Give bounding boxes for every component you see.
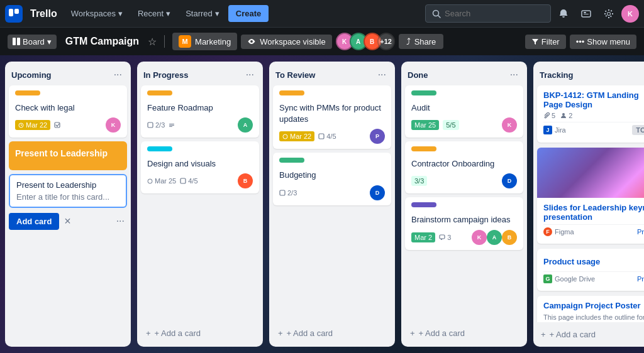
list-menu-to-review[interactable]: ··· — [375, 68, 389, 82]
card-avatar: D — [370, 185, 385, 200]
svg-rect-17 — [169, 125, 174, 126]
workspace-button[interactable]: M Marketing — [172, 33, 237, 50]
card-label — [147, 90, 172, 95]
add-card-confirm-button[interactable]: Add card — [9, 213, 59, 230]
filter-icon — [531, 38, 539, 45]
card-brainstorm[interactable]: Brainstorm campaign ideas Mar 2 3 K A B — [405, 197, 523, 249]
avatar: B — [502, 230, 517, 245]
svg-rect-20 — [180, 178, 186, 183]
recent-menu[interactable]: Recent ▾ — [131, 5, 177, 22]
card-title: Brainstorm campaign ideas — [411, 214, 517, 225]
card-link[interactable]: Product usage — [543, 257, 643, 266]
tracking-card-campaign-poster[interactable]: Campaign Project Poster This page includ… — [537, 296, 644, 322]
search-bar[interactable] — [425, 4, 551, 23]
list-menu-in-progress[interactable]: ··· — [243, 68, 257, 82]
list-menu-upcoming[interactable]: ··· — [111, 68, 125, 82]
list-header-done: Done ··· — [401, 62, 527, 85]
tracking-card-product-usage[interactable]: Product usage K G Google Drive Preview — [537, 249, 644, 291]
card-budgeting[interactable]: Budgeting 2/3 D — [273, 153, 391, 205]
add-card-to-review[interactable]: + + Add a card — [273, 325, 391, 342]
card-top: BKP-1412: GTM Landing Page Design 5 2 — [543, 90, 644, 119]
svg-rect-16 — [169, 124, 174, 124]
new-card-placeholder: Enter a title for this card... — [16, 192, 119, 202]
list-header-in-progress: In Progress ··· — [137, 62, 263, 85]
tracking-card-bkp[interactable]: BKP-1412: GTM Landing Page Design 5 2 — [537, 85, 644, 143]
list-footer-to-review: + + Add a card — [269, 322, 395, 347]
card-checklist — [54, 122, 60, 128]
card-checklist-done: 3/3 — [411, 176, 427, 186]
checklist-icon — [318, 133, 325, 139]
card-checklist: 4/5 — [318, 133, 336, 140]
tracking-card-body: BKP-1412: GTM Landing Page Design 5 2 — [537, 85, 644, 143]
list-body-in-progress: Feature Roadmap 2/3 A Design and visuals — [137, 85, 263, 322]
card-sync-pmm[interactable]: Sync with PMMs for product updates Mar 2… — [273, 85, 391, 149]
board-members: K A B +12 — [340, 33, 395, 50]
card-present-leadership[interactable]: Present to Leadership — [9, 141, 127, 170]
new-card-title[interactable]: Present to Leadership — [16, 180, 119, 190]
tracking-card-body: Campaign Project Poster This page includ… — [537, 296, 644, 322]
list-menu-done[interactable]: ··· — [508, 68, 521, 82]
member-count[interactable]: +12 — [377, 33, 395, 50]
card-feature-roadmap[interactable]: Feature Roadmap 2/3 A — [141, 85, 259, 138]
search-input[interactable] — [445, 9, 520, 18]
add-card-tracking-button[interactable]: + + Add a card — [537, 327, 644, 342]
show-menu-button[interactable]: ••• Show menu — [570, 35, 636, 49]
card-label — [15, 90, 40, 95]
source-info: G Google Drive — [543, 274, 595, 283]
list-footer-in-progress: + + Add a card — [137, 322, 263, 347]
list-footer-done: + + Add a card — [401, 322, 527, 347]
create-button[interactable]: Create — [228, 5, 269, 22]
star-button[interactable]: ☆ — [148, 36, 157, 48]
todo-badge: TO DO — [632, 125, 644, 135]
card-audit[interactable]: Audit Mar 25 5/5 K — [405, 85, 523, 138]
card-top: Product usage K — [543, 254, 644, 269]
tracking-card-slides[interactable]: Slides for Leadership keynote presentati… — [537, 148, 644, 244]
svg-rect-7 — [13, 38, 16, 45]
tracking-card-body: Product usage K G Google Drive Preview — [537, 249, 644, 291]
card-check-legal[interactable]: Check with legal Mar 22 K — [9, 85, 127, 138]
share-button[interactable]: ⤴ Share — [399, 34, 444, 49]
card-link[interactable]: Campaign Project Poster — [543, 301, 641, 310]
settings-button[interactable] — [599, 4, 619, 24]
preview-button-slides[interactable]: Preview — [637, 228, 644, 236]
card-content: BKP-1412: GTM Landing Page Design 5 2 — [543, 90, 643, 119]
add-card-in-progress[interactable]: + + Add a card — [141, 325, 259, 342]
svg-rect-12 — [55, 122, 60, 128]
filter-button[interactable]: Filter — [525, 35, 566, 49]
card-checklist: 2/3 — [279, 189, 297, 197]
clock-icon — [18, 122, 24, 128]
plus-icon: + — [146, 329, 151, 338]
jira-icon: J — [543, 126, 552, 134]
card-meta: 2/3 D — [279, 185, 385, 200]
card-label — [279, 90, 304, 95]
card-title: Audit — [411, 102, 517, 114]
card-link[interactable]: BKP-1412: GTM Landing Page Design — [543, 90, 639, 109]
close-new-card-button[interactable]: × — [63, 214, 72, 229]
user-avatar[interactable]: K — [621, 5, 639, 23]
add-card-done[interactable]: + + Add a card — [405, 325, 523, 342]
card-avatar: A — [238, 117, 253, 133]
card-source: J Jira TO DO — [543, 122, 644, 138]
card-meta: Mar 2 3 K A B — [411, 230, 517, 245]
card-meta: 2/3 A — [147, 117, 253, 133]
info-button[interactable] — [576, 4, 596, 24]
comment-icon — [439, 234, 445, 241]
starred-menu[interactable]: Starred ▾ — [179, 5, 226, 22]
notifications-button[interactable] — [553, 4, 574, 24]
card-image — [537, 148, 644, 198]
board-view-button[interactable]: Board ▾ — [8, 35, 57, 49]
card-date: Mar 22 — [279, 131, 314, 141]
workspaces-menu[interactable]: Workspaces ▾ — [65, 5, 129, 22]
preview-button-product[interactable]: Preview — [637, 275, 644, 283]
count-badge: 5 — [543, 112, 555, 119]
svg-point-21 — [283, 134, 287, 139]
workspace-visible-button[interactable]: Workspace visible — [241, 35, 332, 49]
card-design-visuals[interactable]: Design and visuals Mar 25 4/5 B — [141, 141, 259, 193]
new-card-more[interactable]: ··· — [114, 214, 127, 228]
card-link[interactable]: Slides for Leadership keynote presentati… — [543, 203, 644, 222]
card-contractor-onboarding[interactable]: Contractor Onboarding 3/3 D — [405, 141, 523, 193]
clock-icon — [147, 178, 153, 184]
search-icon — [432, 9, 441, 18]
svg-rect-0 — [9, 9, 13, 16]
avatar: A — [487, 230, 502, 245]
